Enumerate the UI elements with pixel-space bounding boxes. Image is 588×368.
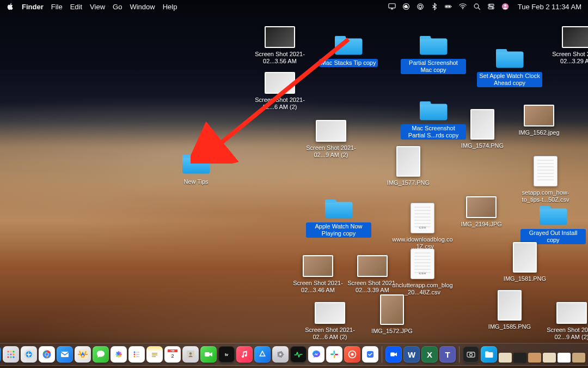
dock-app-downloads[interactable] [481,346,497,363]
screen-mirror-icon[interactable] [388,3,396,10]
desktop-item-ss-2-6am[interactable]: Screen Shot 2021-02...6 AM (2) [247,72,313,111]
desktop-item-folder-new-tips[interactable]: New Tips [163,152,229,186]
svg-rect-6 [451,6,451,7]
desktop-item-ss-1129[interactable]: Screen Shot 2021-02...3.29 AM [544,26,588,65]
dock-app-messages[interactable] [93,346,109,363]
dock-app-launchpad[interactable] [3,346,19,363]
dock-app-facetime[interactable] [200,346,217,363]
desktop-item-label: Mac Stacks Tip copy [319,59,378,67]
spotlight-icon[interactable] [473,3,481,10]
svg-rect-20 [325,200,336,203]
dock-app-reminders[interactable] [128,346,145,363]
folder-icon [181,152,211,176]
apple-menu-icon[interactable] [7,3,14,10]
desktop-item-folder-grayed[interactable]: Grayed Out Install copy [520,203,586,244]
folder-icon [333,33,364,57]
desktop-item-folder-partial-ss[interactable]: Partial Screenshot Mac copy [401,33,466,74]
dock-minimized-window[interactable] [499,353,512,363]
dock-app-activity[interactable] [290,346,307,363]
dock-app-contacts[interactable] [182,346,199,363]
dock-minimized-window[interactable] [572,353,585,363]
thumbnail-icon [396,146,420,177]
airplay-icon[interactable] [416,3,424,10]
dock-app-appstore[interactable] [254,346,271,363]
desktop-item-folder-apple-watch-clock[interactable]: Set Apple Watch Clock Ahead copy [477,46,542,87]
dock-minimized-window[interactable] [558,353,571,363]
desktop-item-folder-mac-stacks[interactable]: Mac Stacks Tip copy [316,33,381,67]
dock-app-chrome[interactable] [39,346,55,363]
desktop-item-img-2194[interactable]: IMG_2194.JPG [449,196,514,228]
dock-app-calendar[interactable]: FEB2 [164,346,181,363]
user-menu-icon[interactable] [501,3,509,10]
dock-app-excel[interactable]: X [421,346,438,363]
dock-app-slack[interactable] [326,346,342,363]
desktop-item-label: IMG_1562.jpeg [516,129,561,137]
dock-app-settings[interactable] [272,346,289,363]
dock-app-photos[interactable] [111,346,127,363]
thumbnail-icon [562,26,588,48]
svg-point-83 [470,353,473,356]
menubar-item-go[interactable]: Go [113,3,122,11]
dock-app-finder[interactable] [0,346,1,363]
menubar-item-file[interactable]: File [51,3,63,11]
menubar-item-window[interactable]: Window [130,3,155,11]
dock-app-music[interactable] [236,346,253,363]
svg-point-59 [189,352,192,355]
wifi-icon[interactable] [459,3,467,10]
dock-app-mail[interactable] [57,346,73,363]
svg-rect-17 [496,49,507,52]
thumbnail-icon [524,105,554,126]
desktop-item-img-1581[interactable]: IMG_1581.PNG [492,242,558,283]
desktop-item-idb-csv[interactable]: www.idownloadblog.co...1Z.csv [390,203,455,251]
battery-icon[interactable] [445,3,452,10]
dock-app-screenshot[interactable] [463,346,479,363]
desktop-item-img-1572[interactable]: IMG_1572.JPG [359,294,425,335]
desktop-item-ss-1156[interactable]: Screen Shot 2021-02...3.56 AM [247,26,313,65]
dock-separator [459,346,460,363]
dock-app-maps[interactable] [75,346,91,363]
dock-minimized-window[interactable] [513,353,526,363]
svg-rect-16 [420,36,431,39]
svg-point-7 [462,8,463,9]
desktop-item-img-1562[interactable]: IMG_1562.jpeg [506,105,572,137]
dock-minimized-window[interactable] [528,353,541,363]
desktop-item-img-1585[interactable]: IMG_1585.PNG [477,290,542,331]
thumbnail-icon [498,290,522,321]
desktop-item-ss-6am-b[interactable]: Screen Shot 2021-02...6 AM (2) [297,302,363,341]
desktop-item-ss-339[interactable]: Screen Shot 2021-02...3.39 AM [340,255,405,294]
dock-app-tv[interactable]: tv [218,346,235,363]
dock-app-word[interactable]: W [403,346,420,363]
dock-app-notes[interactable] [146,346,163,363]
svg-point-40 [45,353,48,355]
menubar-item-help[interactable]: Help [163,3,177,11]
dock-app-teams[interactable]: T [439,346,456,363]
svg-point-34 [13,356,14,358]
menubar-item-edit[interactable]: Edit [70,3,82,11]
dock-app-zoom[interactable] [385,346,402,363]
desktop-item-setapp-csv[interactable]: setapp.com_how-to_tips-t...50Z.csv [513,156,578,204]
menubar-item-view[interactable]: View [90,3,105,11]
menubar-app-name[interactable]: Finder [22,3,44,11]
dock-app-messenger[interactable] [308,346,324,363]
desktop-item-folder-apple-watch-now[interactable]: Apple Watch Now Playing copy [306,196,371,238]
svg-text:2: 2 [171,353,174,359]
svg-rect-18 [420,101,431,105]
desktop-item-img-1577[interactable]: IMG_1577.PNG [376,146,441,187]
desktop-item-label: Screen Shot 2021-02...9 AM (2) [539,326,588,341]
creative-cloud-icon[interactable] [402,3,410,10]
desktop-item-ss-2-9am[interactable]: Screen Shot 2021-02...9 AM (2) [298,120,364,159]
svg-point-27 [10,351,11,352]
menubar: Finder File Edit View Go Window Help Tue… [0,0,588,13]
bluetooth-icon[interactable] [431,3,438,10]
dock-app-safari[interactable] [21,346,37,363]
dock-app-things[interactable] [362,346,378,363]
dock-minimized-window[interactable] [543,353,556,363]
desktop-item-ss-9am-b[interactable]: Screen Shot 2021-02...9 AM (2) [539,302,588,341]
menubar-clock[interactable]: Tue Feb 2 11:34 AM [518,3,581,11]
desktop-item-img-1574[interactable]: IMG_1574.PNG [450,109,515,150]
desktop[interactable]: Screen Shot 2021-02...3.56 AMMac Stacks … [0,13,588,368]
thumbnail-icon [470,109,494,140]
control-center-icon[interactable] [487,3,495,10]
svg-point-3 [419,5,421,8]
dock-app-cleanshot[interactable] [344,346,360,363]
